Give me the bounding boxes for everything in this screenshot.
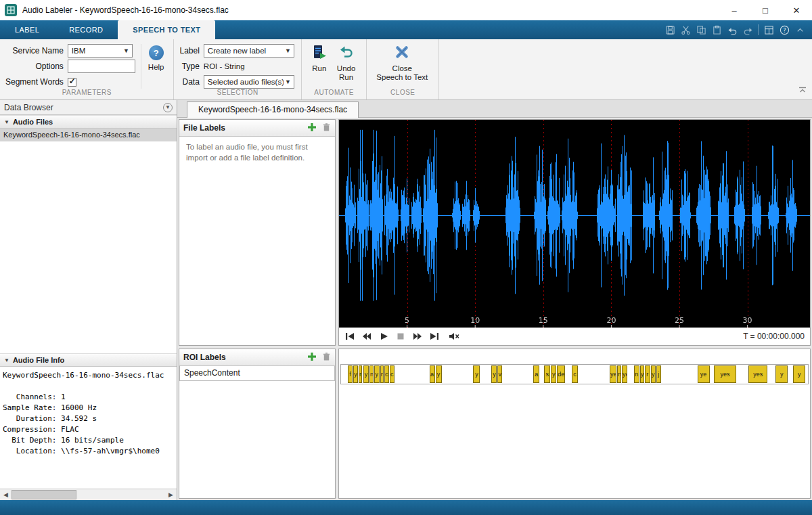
roi-segment[interactable]: y bbox=[793, 365, 805, 383]
collapse-toolstrip-icon[interactable] bbox=[798, 86, 807, 95]
help-icon-button[interactable]: ? bbox=[149, 45, 164, 60]
roi-segment[interactable]: n bbox=[369, 365, 374, 383]
roi-label-item[interactable]: SpeechContent bbox=[179, 366, 335, 381]
qat-separator bbox=[758, 24, 759, 35]
save-icon[interactable] bbox=[664, 24, 675, 35]
fast-forward-icon[interactable] bbox=[412, 331, 423, 342]
roi-segment[interactable]: n bbox=[634, 365, 639, 383]
section-label-close: CLOSE bbox=[367, 89, 438, 99]
window-layout-icon[interactable] bbox=[763, 24, 774, 35]
roi-segment[interactable]: c bbox=[384, 365, 389, 383]
roi-segment[interactable]: n bbox=[617, 365, 621, 383]
audio-file-info-text: KeywordSpeech-16-16-mono-34secs.flac Cha… bbox=[0, 367, 177, 489]
roi-segment[interactable]: y bbox=[353, 365, 358, 383]
help-icon[interactable]: ? bbox=[779, 24, 790, 35]
cut-icon[interactable] bbox=[680, 24, 691, 35]
roi-segment[interactable]: n bbox=[380, 365, 384, 383]
scroll-left-icon[interactable]: ◀ bbox=[0, 489, 12, 500]
waveform-display[interactable] bbox=[339, 120, 810, 328]
roi-segment[interactable]: f bbox=[348, 365, 353, 383]
roi-track-strip[interactable]: fynynynccayyyvasydecyenyenyryjyeyesyesyy bbox=[340, 364, 809, 384]
roi-segment[interactable]: y bbox=[775, 365, 788, 383]
file-labels-empty-text: To label an audio file, you must first i… bbox=[179, 137, 335, 169]
roi-labels-panel: ROI Labels SpeechContent bbox=[179, 349, 336, 499]
roi-segment[interactable]: v bbox=[497, 365, 502, 383]
close-button[interactable]: ✕ bbox=[781, 0, 812, 20]
audio-file-item[interactable]: KeywordSpeech-16-16-mono-34secs.flac bbox=[0, 129, 177, 141]
scrollbar-thumb[interactable] bbox=[12, 490, 76, 499]
collapse-triangle-icon: ▼ bbox=[4, 119, 9, 125]
roi-labels-title: ROI Labels bbox=[183, 353, 302, 362]
roi-segment[interactable]: r bbox=[645, 365, 650, 383]
audio-file-info-header[interactable]: ▼ Audio File Info bbox=[0, 353, 177, 367]
section-label-selection: SELECTION bbox=[174, 89, 300, 99]
add-file-label-button[interactable] bbox=[307, 122, 317, 134]
document-tab[interactable]: KeywordSpeech-16-16-mono-34secs.flac bbox=[187, 102, 359, 118]
roi-segment[interactable]: y bbox=[551, 365, 556, 383]
maximize-button[interactable]: □ bbox=[750, 0, 781, 20]
roi-segment[interactable]: y bbox=[651, 365, 656, 383]
tab-speech-to-text[interactable]: SPEECH TO TEXT bbox=[118, 20, 215, 39]
tab-record[interactable]: RECORD bbox=[54, 20, 118, 39]
chevron-down-icon: ▼ bbox=[284, 79, 292, 85]
close-speech-to-text-button[interactable]: CloseSpeech to Text bbox=[372, 43, 432, 89]
audio-files-list: KeywordSpeech-16-16-mono-34secs.flac bbox=[0, 129, 177, 353]
close-x-icon bbox=[394, 44, 410, 62]
horizontal-scrollbar[interactable]: ◀ ▶ bbox=[0, 489, 177, 500]
skip-start-icon[interactable] bbox=[344, 331, 355, 342]
roi-track-panel: fynynynccayyyvasydecyenyenyryjyeyesyesyy bbox=[338, 349, 811, 499]
roi-segment[interactable]: s bbox=[544, 365, 550, 383]
roi-segment[interactable]: y bbox=[473, 365, 480, 383]
play-icon[interactable] bbox=[378, 331, 389, 342]
minimize-button[interactable]: – bbox=[719, 0, 750, 20]
label-dropdown[interactable]: Create new label ▼ bbox=[204, 44, 294, 58]
panel-menu-icon[interactable]: ▼ bbox=[163, 103, 173, 112]
paste-icon[interactable] bbox=[711, 24, 722, 35]
tab-label[interactable]: LABEL bbox=[0, 20, 54, 39]
roi-segment[interactable]: ye bbox=[698, 365, 710, 383]
roi-segment[interactable]: yes bbox=[748, 365, 767, 383]
roi-segment[interactable]: a bbox=[533, 365, 539, 383]
roi-segment[interactable]: ye bbox=[622, 365, 627, 383]
transport-bar: T = 00:00:00.000 bbox=[339, 328, 810, 345]
data-label: Data bbox=[179, 77, 199, 87]
roi-segment[interactable]: y bbox=[374, 365, 380, 383]
run-button[interactable]: Run bbox=[307, 43, 332, 89]
statusbar bbox=[0, 500, 812, 515]
copy-icon[interactable] bbox=[696, 24, 706, 35]
roi-segment[interactable]: y bbox=[491, 365, 497, 383]
undo-run-button[interactable]: UndoRun bbox=[333, 43, 360, 89]
roi-segment[interactable]: yes bbox=[714, 365, 737, 383]
minimize-ribbon-icon[interactable] bbox=[794, 24, 805, 35]
audio-files-header[interactable]: ▼ Audio Files bbox=[0, 115, 177, 129]
roi-segment[interactable]: y bbox=[363, 365, 369, 383]
options-input[interactable] bbox=[68, 60, 135, 73]
roi-segment[interactable]: y bbox=[640, 365, 644, 383]
scroll-right-icon[interactable]: ▶ bbox=[165, 489, 177, 500]
service-name-dropdown[interactable]: IBM ▼ bbox=[68, 44, 133, 58]
roi-segment[interactable]: n bbox=[359, 365, 362, 383]
roi-segment[interactable]: c bbox=[390, 365, 394, 383]
roi-segment[interactable]: c bbox=[572, 365, 578, 383]
stop-icon[interactable] bbox=[395, 331, 406, 342]
segment-words-checkbox[interactable] bbox=[68, 78, 76, 87]
rewind-icon[interactable] bbox=[361, 331, 372, 342]
delete-roi-label-button[interactable] bbox=[322, 352, 331, 363]
roi-segment[interactable]: a bbox=[430, 365, 435, 383]
section-label-automate: AUTOMATE bbox=[302, 89, 367, 99]
waveform-canvas[interactable] bbox=[339, 120, 810, 328]
redo-icon[interactable] bbox=[742, 24, 753, 35]
undo-icon[interactable] bbox=[727, 24, 738, 35]
mute-icon[interactable] bbox=[449, 331, 459, 342]
roi-segment[interactable]: ye bbox=[610, 365, 616, 383]
roi-segment[interactable]: y bbox=[436, 365, 442, 383]
delete-file-label-button[interactable] bbox=[322, 122, 331, 134]
chevron-down-icon: ▼ bbox=[284, 47, 292, 54]
add-roi-label-button[interactable] bbox=[307, 352, 317, 363]
skip-end-icon[interactable] bbox=[429, 331, 440, 342]
section-selection: Label Create new label ▼ Type ROI - Stri… bbox=[174, 39, 301, 99]
type-value: ROI - String bbox=[204, 62, 294, 70]
data-dropdown[interactable]: Selected audio files(s) ▼ bbox=[204, 75, 294, 89]
roi-segment[interactable]: j bbox=[656, 365, 661, 383]
roi-segment[interactable]: de bbox=[557, 365, 565, 383]
